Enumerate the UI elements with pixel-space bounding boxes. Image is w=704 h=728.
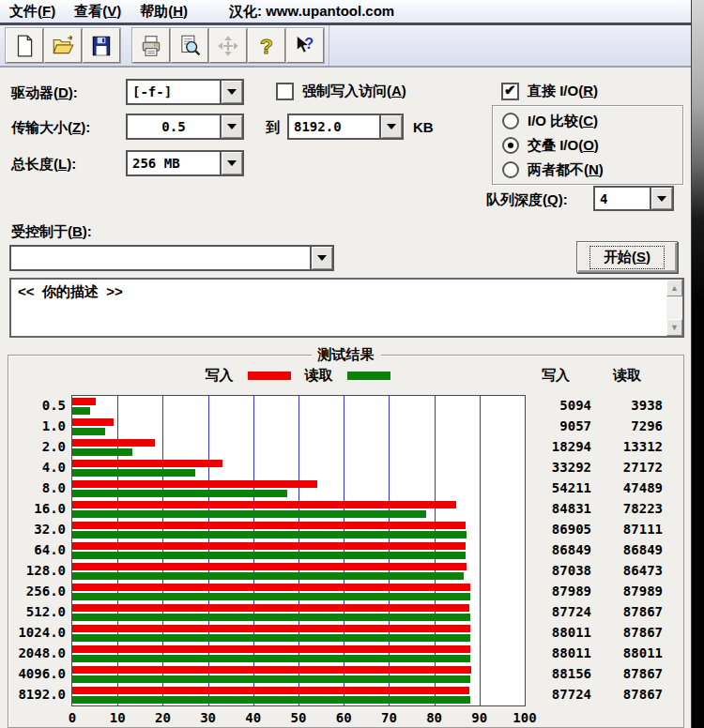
write-value: 18294 [526, 436, 597, 457]
save-button[interactable] [83, 28, 120, 63]
print-preview-button[interactable] [171, 28, 208, 63]
start-button[interactable]: 开始(S) [576, 241, 678, 273]
chevron-down-icon [317, 255, 327, 261]
read-column-header: 读取 [591, 367, 663, 385]
write-bar [72, 418, 114, 426]
transfer-from-value: 0.5 [128, 115, 220, 138]
x-tick-label: 40 [245, 710, 261, 725]
checkbox-icon[interactable] [276, 83, 294, 100]
read-values-column: 3938729613312271724748978223871118684986… [597, 395, 668, 705]
menu-view[interactable]: 查看(V) [65, 1, 130, 23]
legend-read-swatch [347, 372, 390, 380]
controlled-by-label: 受控制于(B): [11, 223, 92, 241]
context-help-button[interactable]: ? [286, 28, 324, 63]
x-tick-label: 90 [471, 710, 487, 725]
write-value: 87724 [526, 684, 597, 705]
transfer-from-dropdown-arrow[interactable] [220, 115, 242, 138]
bar-row [72, 644, 525, 664]
x-tick-label: 50 [291, 710, 307, 725]
row-label: 4.0 [8, 457, 71, 478]
row-label: 8.0 [8, 478, 71, 498]
x-tick-label: 60 [336, 710, 352, 725]
transfer-from-select[interactable]: 0.5 [126, 114, 244, 140]
controlled-by-dropdown-arrow[interactable] [310, 247, 332, 269]
drive-dropdown-arrow[interactable] [220, 81, 242, 103]
transfer-to-select[interactable]: 8192.0 [287, 114, 404, 140]
bar-row [72, 685, 525, 705]
drive-select[interactable]: [-f-] [126, 79, 244, 105]
write-value: 54211 [526, 478, 597, 498]
toolbar: ? ? [0, 25, 691, 68]
write-column-header: 写入 [520, 367, 591, 385]
write-bar [72, 625, 470, 632]
queue-depth-value: 4 [595, 188, 650, 209]
help-button[interactable]: ? [248, 28, 285, 63]
description-scrollbar[interactable]: ▲ ▼ [666, 280, 682, 336]
radio-overlapped-io[interactable]: 交叠 I/O(O) [502, 133, 682, 158]
read-value: 87111 [597, 519, 668, 539]
menu-file[interactable]: 文件(F) [0, 1, 65, 23]
total-length-dropdown-arrow[interactable] [220, 152, 242, 174]
move-icon [216, 34, 240, 58]
read-bar [72, 593, 470, 600]
menu-help[interactable]: 帮助(H) [130, 1, 197, 23]
write-values-column: 5094905718294332925421184831869058684987… [526, 395, 597, 705]
radio-icon[interactable] [502, 161, 519, 178]
checkbox-icon[interactable] [501, 83, 519, 100]
x-tick-label: 30 [200, 710, 216, 725]
chevron-down-icon [387, 124, 396, 129]
bar-row [72, 478, 525, 499]
write-bar [72, 542, 466, 550]
new-file-icon [12, 34, 37, 58]
force-write-label: 强制写入访问(A) [302, 83, 406, 100]
bar-row [72, 417, 525, 437]
read-bar [72, 490, 287, 497]
description-box[interactable]: << 你的描述 >> ▲ ▼ [9, 278, 684, 338]
radio-icon[interactable] [502, 113, 519, 129]
radio-io-comparison[interactable]: I/O 比较(C) [502, 109, 682, 133]
force-write-checkbox[interactable]: 强制写入访问(A) [276, 83, 406, 100]
transfer-to-dropdown-arrow[interactable] [379, 115, 402, 138]
read-bar [72, 675, 470, 683]
chevron-down-icon [227, 160, 237, 166]
row-label: 16.0 [8, 498, 71, 519]
read-value: 3938 [597, 395, 668, 416]
context-help-icon: ? [293, 34, 317, 58]
row-label: 1024.0 [8, 622, 71, 643]
write-value: 88011 [526, 643, 597, 663]
x-tick-label: 10 [110, 710, 126, 725]
write-bar [72, 439, 155, 447]
kb-unit-label: KB [413, 119, 434, 135]
scroll-down-icon[interactable]: ▼ [666, 319, 682, 336]
queue-depth-select[interactable]: 4 [593, 186, 674, 211]
read-value: 27172 [597, 457, 668, 478]
new-file-button[interactable] [6, 28, 43, 63]
benchmark-chart: 0.51.02.04.08.016.032.064.0128.0256.0512… [8, 395, 668, 706]
radio-io-comparison-label: I/O 比较(C) [528, 113, 598, 130]
scroll-up-icon[interactable]: ▲ [666, 280, 682, 296]
description-text[interactable]: << 你的描述 >> [11, 280, 666, 336]
write-bar [72, 398, 96, 405]
open-file-icon [51, 34, 75, 58]
write-value: 86849 [526, 539, 597, 560]
move-button[interactable] [209, 28, 247, 63]
print-button[interactable] [132, 28, 170, 63]
radio-neither[interactable]: 两者都不(N) [502, 158, 682, 182]
direct-io-checkbox[interactable]: 直接 I/O(R) [501, 83, 598, 100]
controlled-by-value [11, 247, 310, 269]
drive-label: 驱动器(D): [11, 84, 78, 102]
chart-legend: 写入 读取 [71, 367, 524, 385]
legend-write-label: 写入 [206, 367, 234, 385]
radio-icon[interactable] [502, 137, 519, 154]
total-length-value: 256 MB [128, 152, 220, 174]
open-file-button[interactable] [44, 28, 82, 63]
write-bar [72, 501, 456, 508]
read-bar [72, 614, 470, 621]
bar-row [72, 623, 525, 644]
controlled-by-select[interactable] [9, 245, 334, 271]
radio-neither-label: 两者都不(N) [528, 161, 604, 179]
write-bar [72, 480, 317, 488]
total-length-select[interactable]: 256 MB [126, 150, 244, 176]
queue-depth-dropdown-arrow[interactable] [650, 188, 672, 209]
write-value: 87724 [526, 601, 597, 622]
